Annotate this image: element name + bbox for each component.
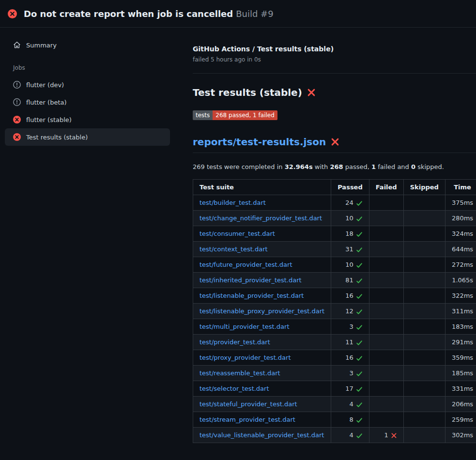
suite-link[interactable]: test/context_test.dart [200, 245, 268, 253]
report-file-heading[interactable]: reports/test-results.json [193, 136, 476, 153]
table-row: test/inherited_provider_test.dart811.065… [193, 273, 476, 288]
build-title: Do not create report when job is cancell… [24, 9, 233, 19]
suite-link[interactable]: test/change_notifier_provider_test.dart [200, 215, 322, 222]
passed-cell: 18 [331, 226, 369, 242]
badge-value: 268 passed, 1 failed [213, 110, 277, 120]
table-row: test/provider_test.dart11291ms [193, 335, 476, 350]
failed-cell [369, 242, 403, 257]
time-cell: 322ms [445, 288, 476, 304]
sidebar-item-summary[interactable]: Summary [5, 36, 170, 54]
skipped-cell [403, 273, 445, 288]
failed-cell [369, 288, 403, 304]
passed-cell: 17 [331, 381, 369, 397]
breadcrumb: GitHub Actions / Test results (stable) [193, 45, 476, 53]
suite-cell: test/listenable_provider_test.dart [193, 288, 331, 304]
time-cell: 183ms [445, 319, 476, 335]
table-row: test/value_listenable_provider_test.dart… [193, 428, 476, 443]
sidebar-item-label: Test results (stable) [26, 134, 88, 141]
suite-cell: test/stream_provider_test.dart [193, 412, 331, 428]
passed-cell: 16 [331, 288, 369, 304]
sidebar-item-label: flutter (dev) [26, 81, 64, 89]
failed-cell [369, 397, 403, 412]
suite-link[interactable]: test/provider_test.dart [200, 338, 270, 346]
failed-cell [369, 350, 403, 366]
time-cell: 206ms [445, 397, 476, 412]
suite-link[interactable]: test/reassemble_test.dart [200, 369, 280, 377]
skipped-cell [403, 350, 445, 366]
skipped-cell [403, 226, 445, 242]
failed-cell [369, 304, 403, 319]
suite-link[interactable]: test/multi_provider_test.dart [200, 323, 290, 330]
failed-x-icon [307, 88, 316, 97]
badge-label: tests [193, 110, 213, 120]
skipped-cell [403, 242, 445, 257]
jobs-list: flutter (dev)flutter (beta)flutter (stab… [5, 76, 170, 146]
suite-cell: test/consumer_test.dart [193, 226, 331, 242]
time-cell: 185ms [445, 366, 476, 381]
suite-link[interactable]: test/consumer_test.dart [200, 230, 275, 237]
suite-cell: test/context_test.dart [193, 242, 331, 257]
skipped-cell [403, 335, 445, 350]
suite-cell: test/stateful_provider_test.dart [193, 397, 331, 412]
table-row: test/context_test.dart31644ms [193, 242, 476, 257]
time-cell: 280ms [445, 211, 476, 226]
time-cell: 331ms [445, 381, 476, 397]
exclamation-circle-icon [13, 81, 21, 89]
skipped-cell [403, 428, 445, 443]
failed-cell [369, 381, 403, 397]
time-cell: 375ms [445, 195, 476, 211]
time-cell: 272ms [445, 257, 476, 273]
report-file-link[interactable]: reports/test-results.json [193, 136, 326, 148]
time-cell: 302ms [445, 428, 476, 443]
passed-cell: 31 [331, 242, 369, 257]
sidebar-item-job[interactable]: flutter (dev) [5, 76, 170, 93]
suite-link[interactable]: test/value_listenable_provider_test.dart [200, 431, 324, 439]
time-cell: 644ms [445, 242, 476, 257]
passed-cell: 12 [331, 304, 369, 319]
table-row: test/proxy_provider_test.dart16359ms [193, 350, 476, 366]
suite-cell: test/change_notifier_provider_test.dart [193, 211, 331, 226]
sidebar-item-job[interactable]: flutter (stable) [5, 111, 170, 128]
skipped-cell [403, 304, 445, 319]
suite-link[interactable]: test/builder_test.dart [200, 199, 266, 206]
table-row: test/change_notifier_provider_test.dart1… [193, 211, 476, 226]
build-number: Build #9 [236, 9, 273, 19]
table-header-row: Test suitePassedFailedSkippedTime [193, 180, 476, 195]
results-table-body: test/builder_test.dart24375mstest/change… [193, 195, 476, 443]
table-row: test/listenable_proxy_provider_test.dart… [193, 304, 476, 319]
passed-cell: 3 [331, 366, 369, 381]
failed-cell [369, 319, 403, 335]
passed-cell: 10 [331, 257, 369, 273]
suite-link[interactable]: test/listenable_provider_test.dart [200, 292, 304, 299]
section-title-text: Test results (stable) [193, 87, 302, 98]
divider [193, 73, 476, 74]
suite-link[interactable]: test/inherited_provider_test.dart [200, 276, 302, 284]
skipped-cell [403, 397, 445, 412]
sidebar-item-job[interactable]: flutter (beta) [5, 93, 170, 111]
suite-link[interactable]: test/listenable_proxy_provider_test.dart [200, 307, 324, 315]
skipped-cell [403, 288, 445, 304]
failed-cell [369, 226, 403, 242]
suite-link[interactable]: test/stream_provider_test.dart [200, 416, 295, 423]
suite-cell: test/selector_test.dart [193, 381, 331, 397]
table-row: test/stream_provider_test.dart8259ms [193, 412, 476, 428]
passed-cell: 4 [331, 428, 369, 443]
suite-link[interactable]: test/stateful_provider_test.dart [200, 400, 297, 408]
passed-cell: 11 [331, 335, 369, 350]
results-table: Test suitePassedFailedSkippedTime test/b… [193, 179, 476, 443]
time-cell: 359ms [445, 350, 476, 366]
passed-cell: 16 [331, 350, 369, 366]
table-row: test/future_provider_test.dart10272ms [193, 257, 476, 273]
tests-badge: tests 268 passed, 1 failed [193, 110, 277, 120]
table-row: test/reassemble_test.dart3185ms [193, 366, 476, 381]
suite-link[interactable]: test/selector_test.dart [200, 385, 269, 392]
suite-link[interactable]: test/proxy_provider_test.dart [200, 354, 291, 361]
failed-cell [369, 195, 403, 211]
sidebar-item-job[interactable]: Test results (stable) [5, 128, 170, 146]
passed-cell: 4 [331, 397, 369, 412]
suite-link[interactable]: test/future_provider_test.dart [200, 261, 292, 268]
suite-cell: test/future_provider_test.dart [193, 257, 331, 273]
build-header: Do not create report when job is cancell… [0, 0, 476, 28]
page-title: Do not create report when job is cancell… [24, 9, 274, 19]
skipped-cell [403, 195, 445, 211]
